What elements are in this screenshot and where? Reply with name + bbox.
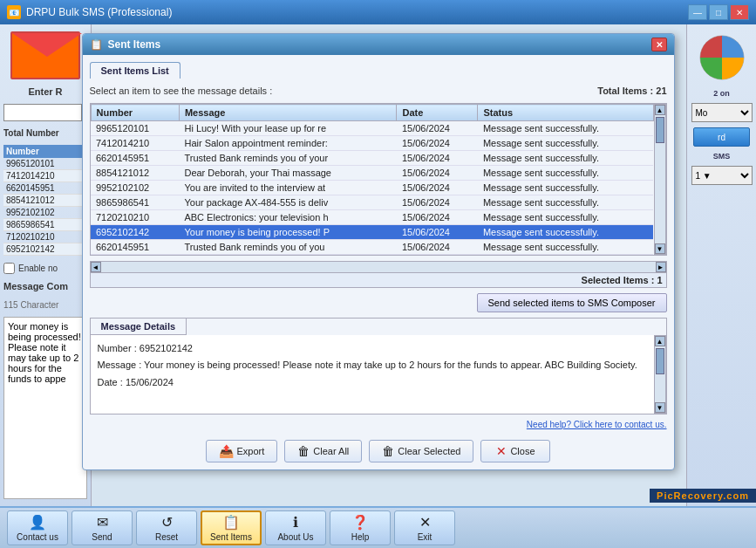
cell-status: Message sent successfully. xyxy=(478,181,653,195)
table-column-header: Message xyxy=(179,105,397,121)
table-row[interactable]: 8854121012Dear Deborah, your Thai massag… xyxy=(91,166,653,181)
select-prompt: Select an item to see the message detail… xyxy=(90,86,273,96)
cell-status: Message sent successfully. xyxy=(478,166,653,181)
app-title: DRPU Bulk SMS (Professional) xyxy=(26,6,172,18)
scroll-right-button[interactable]: ► xyxy=(656,262,666,272)
cell-number: 9965120101 xyxy=(91,121,179,136)
clear-all-label: Clear All xyxy=(313,446,349,456)
sent-items-label: Sent Items xyxy=(210,532,252,542)
send-to-composer-button[interactable]: Send selected items to SMS Composer xyxy=(477,293,667,312)
title-bar: 📧 DRPU Bulk SMS (Professional) — □ ✕ xyxy=(0,0,756,24)
message-details-container: Message Details Number : 6952102142 Mess… xyxy=(90,318,667,414)
minimize-button[interactable]: — xyxy=(688,4,707,20)
cell-status: Message sent successfully. xyxy=(478,240,653,255)
cell-message: Trusted Bank reminds you of you xyxy=(179,240,397,255)
taskbar-sent-items-button[interactable]: 📋Sent Items xyxy=(201,510,262,545)
table-scroll-area: NumberMessageDateStatus 9965120101Hi Luc… xyxy=(91,104,654,255)
table-row[interactable]: 7412014210Hair Salon appointment reminde… xyxy=(91,136,653,151)
details-scroll-thumb xyxy=(656,348,664,374)
taskbar-exit-button[interactable]: ✕Exit xyxy=(394,510,455,545)
window-controls: — □ ✕ xyxy=(688,4,749,20)
table-scrollbar[interactable]: ▲ ▼ xyxy=(654,104,666,255)
details-scrollbar[interactable]: ▲ ▼ xyxy=(654,335,666,414)
cell-message: Your money is being processed! P xyxy=(179,225,397,240)
sent-items-icon: 📋 xyxy=(222,514,240,531)
cell-number: 8854121012 xyxy=(91,166,179,181)
details-number: Number : 6952102142 xyxy=(98,342,647,355)
help-icon: ❓ xyxy=(351,514,369,531)
table-column-header: Date xyxy=(397,105,478,121)
cell-date: 15/06/2024 xyxy=(397,225,478,240)
taskbar-about-us-button[interactable]: ℹAbout Us xyxy=(265,510,326,545)
dialog-icon: 📋 xyxy=(90,38,103,51)
table-row[interactable]: 9965120101Hi Lucy! With your lease up fo… xyxy=(91,121,653,136)
cell-date: 15/06/2024 xyxy=(397,181,478,195)
send-composer-row: Send selected items to SMS Composer xyxy=(90,293,667,312)
clear-selected-button[interactable]: 🗑 Clear Selected xyxy=(369,440,473,462)
details-message-label: Message : xyxy=(98,360,142,370)
maximize-button[interactable]: □ xyxy=(709,4,728,20)
send-icon: ✉ xyxy=(97,514,108,531)
sent-items-dialog: 📋 Sent Items ✕ Sent Items List Select an… xyxy=(82,33,675,470)
cell-date: 15/06/2024 xyxy=(397,136,478,151)
help-link[interactable]: Need help? Click here to contact us. xyxy=(90,420,667,429)
table-column-header: Status xyxy=(478,105,653,121)
table-row[interactable]: 9865986541Your package AX-484-555 is del… xyxy=(91,195,653,210)
table-row[interactable]: 6620145951Trusted Bank reminds you of yo… xyxy=(91,240,653,255)
taskbar-send-button[interactable]: ✉Send xyxy=(72,510,133,545)
details-scroll-down[interactable]: ▼ xyxy=(655,402,665,413)
cell-status: Message sent successfully. xyxy=(478,195,653,210)
close-dialog-label: Close xyxy=(510,446,535,456)
reset-label: Reset xyxy=(155,532,178,542)
horiz-scrollbar[interactable]: ◄ ► xyxy=(90,261,667,273)
message-details-tab[interactable]: Message Details xyxy=(91,319,187,335)
cell-status: Message sent successfully. xyxy=(478,210,653,225)
scroll-up-button[interactable]: ▲ xyxy=(655,105,665,115)
table-row[interactable]: 9952102102You are invited to the intervi… xyxy=(91,181,653,195)
cell-date: 15/06/2024 xyxy=(397,121,478,136)
cell-message: Hair Salon appointment reminder: xyxy=(179,136,397,151)
dialog-close-icon[interactable]: ✕ xyxy=(651,38,667,51)
reset-icon: ↺ xyxy=(161,514,173,531)
selection-header: Select an item to see the message detail… xyxy=(90,84,667,98)
contact-us-label: Contact us xyxy=(17,532,58,542)
export-icon: 📤 xyxy=(219,444,234,458)
export-button[interactable]: 📤 Export xyxy=(206,440,278,462)
table-wrapper: NumberMessageDateStatus 9965120101Hi Luc… xyxy=(90,103,667,256)
clear-all-button[interactable]: 🗑 Clear All xyxy=(284,440,362,462)
contact-us-icon: 👤 xyxy=(29,514,46,531)
taskbar-help-button[interactable]: ❓Help xyxy=(330,510,391,545)
details-date-value: 15/06/2024 xyxy=(126,377,174,387)
details-scroll-up[interactable]: ▲ xyxy=(655,336,665,346)
table-row[interactable]: 7120210210ABC Electronics: your televisi… xyxy=(91,210,653,225)
taskbar-reset-button[interactable]: ↺Reset xyxy=(136,510,197,545)
exit-label: Exit xyxy=(418,532,432,542)
cell-message: Trusted Bank reminds you of your xyxy=(179,151,397,166)
cell-number: 9952102102 xyxy=(91,181,179,195)
table-row[interactable]: 6952102142Your money is being processed!… xyxy=(91,225,653,240)
details-body-wrapper: Number : 6952102142 Message : Your money… xyxy=(91,335,666,414)
sent-items-tab[interactable]: Sent Items List xyxy=(90,62,180,79)
close-dialog-button[interactable]: ✕ Close xyxy=(480,440,550,462)
about-us-icon: ℹ xyxy=(293,514,298,531)
tab-row: Sent Items List xyxy=(90,62,667,79)
cell-status: Message sent successfully. xyxy=(478,136,653,151)
selected-items-count: Selected Items : 1 xyxy=(90,273,667,288)
scroll-down-button[interactable]: ▼ xyxy=(655,243,665,254)
horiz-track xyxy=(101,262,656,272)
cell-message: Your package AX-484-555 is deliv xyxy=(179,195,397,210)
dialog-actions: 📤 Export 🗑 Clear All 🗑 Clear Selected ✕ … xyxy=(83,436,674,469)
scroll-left-button[interactable]: ◄ xyxy=(91,262,101,272)
cell-number: 7120210210 xyxy=(91,210,179,225)
details-scroll-track xyxy=(655,346,665,402)
scroll-track xyxy=(655,115,665,243)
cell-status: Message sent successfully. xyxy=(478,225,653,240)
table-row[interactable]: 6620145951Trusted Bank reminds you of yo… xyxy=(91,151,653,166)
table-column-header: Number xyxy=(91,105,179,121)
cell-message: Dear Deborah, your Thai massage xyxy=(179,166,397,181)
close-button[interactable]: ✕ xyxy=(730,4,749,20)
dialog-title: Sent Items xyxy=(108,38,161,51)
taskbar-contact-us-button[interactable]: 👤Contact us xyxy=(7,510,68,545)
cell-date: 15/06/2024 xyxy=(397,210,478,225)
cell-number: 6952102142 xyxy=(91,225,179,240)
